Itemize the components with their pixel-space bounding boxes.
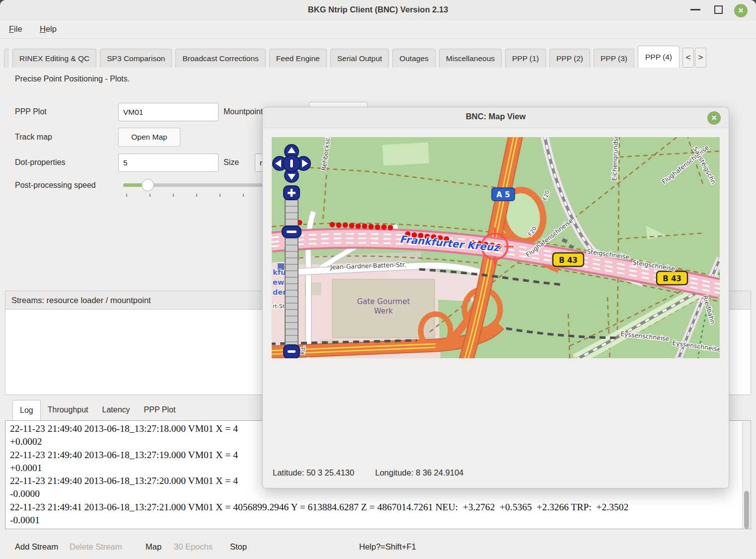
window-title: BKG Ntrip Client (BNC) Version 2.13 — [0, 5, 756, 14]
bottom-button-bar: Add Stream Delete Stream Map 30 Epochs S… — [0, 536, 756, 559]
tab-broadcast-corrections[interactable]: Broadcast Corrections — [175, 49, 265, 68]
dialog-title-bar: BNC: Map View ✕ — [263, 107, 729, 128]
coordinate-readout: Latitude: 50 3 25.4130 Longitude: 8 36 2… — [273, 468, 463, 478]
open-map-button[interactable]: Open Map — [118, 128, 180, 147]
log-scrollbar-thumb[interactable] — [744, 491, 749, 529]
tab-serial-output[interactable]: Serial Output — [330, 49, 389, 68]
zoom-slider-track[interactable] — [285, 200, 298, 347]
log-tab-bar: Log Throughput Latency PPP Plot — [12, 400, 182, 420]
close-icon[interactable]: ✕ — [734, 4, 748, 17]
delete-stream-button: Delete Stream — [70, 542, 122, 552]
dialog-close-icon[interactable]: ✕ — [707, 111, 721, 125]
road-label: rt-St — [273, 303, 285, 310]
tab-sp3-comparison[interactable]: SP3 Comparison — [100, 49, 172, 68]
tab-partial[interactable] — [4, 49, 9, 68]
svg-text:B 43: B 43 — [559, 256, 578, 265]
post-processing-speed-label: Post-processing speed — [15, 181, 96, 190]
mountpoint-label: Mountpoint — [224, 107, 263, 116]
tab-ppp-1[interactable]: PPP (1) — [505, 49, 546, 68]
title-bar: BKG Ntrip Client (BNC) Version 2.13 ✕ — [0, 0, 756, 21]
dialog-title: BNC: Map View — [263, 112, 729, 121]
ppp-plot-label: PPP Plot — [15, 107, 47, 116]
tab-ppp-3[interactable]: PPP (3) — [594, 49, 634, 68]
handle-bar-icon — [287, 231, 297, 233]
menu-bar: File Help — [0, 21, 756, 39]
tab-bar: RINEX Editing & QC SP3 Comparison Broadc… — [4, 46, 706, 68]
stop-button[interactable]: Stop — [230, 542, 247, 552]
tab-outages[interactable]: Outages — [392, 49, 436, 68]
poi-label: Werk — [374, 307, 393, 316]
minimize-icon[interactable] — [690, 9, 700, 10]
tab-ppp-plot[interactable]: PPP Plot — [137, 400, 183, 420]
log-line: 22-11-23 21:49:41 2013-06-18_13:27:21.00… — [10, 501, 741, 514]
tab-ppp-4[interactable]: PPP (4) — [638, 46, 680, 68]
road-sign-b43-1: B 43 — [553, 253, 584, 266]
tab-scroll-right-button[interactable]: > — [695, 48, 706, 68]
dot-properties-input[interactable] — [118, 154, 219, 172]
tab-throughput[interactable]: Throughput — [41, 400, 95, 420]
map-button[interactable]: Map — [146, 542, 161, 552]
epochs-button: 30 Epochs — [174, 542, 213, 552]
tab-log[interactable]: Log — [12, 400, 41, 420]
road-label: Rd. — [300, 345, 306, 355]
add-stream-button[interactable]: Add Stream — [15, 542, 58, 552]
minus-icon — [288, 350, 296, 353]
panel-heading: Precise Point Positioning - Plots. — [15, 75, 130, 83]
tab-scroll-left-button[interactable]: < — [682, 48, 694, 68]
map-view-dialog: BNC: Map View ✕ — [262, 107, 729, 488]
tab-ppp-2[interactable]: PPP (2) — [549, 49, 590, 68]
road-sign-a5: A 5 — [492, 188, 515, 201]
map-svg: A 5 B 43 B 43 Frankfurter Kreuz Jean-Gar… — [272, 137, 720, 358]
tab-miscellaneous[interactable]: Miscellaneous — [439, 49, 502, 68]
forest-clearing — [382, 143, 429, 166]
help-hint: Help?=Shift+F1 — [359, 542, 416, 552]
dot-properties-label: Dot-properties — [15, 158, 65, 167]
menu-help[interactable]: Help — [40, 24, 57, 34]
size-label: Size — [224, 158, 239, 167]
log-line: -0.0000 — [10, 487, 741, 500]
longitude-value: Longitude: 8 36 24.9104 — [375, 468, 463, 478]
tab-feed-engine[interactable]: Feed Engine — [269, 49, 327, 68]
track-map-label: Track map — [15, 133, 52, 142]
ppp-plot-input[interactable] — [118, 103, 219, 121]
tab-rinex-editing[interactable]: RINEX Editing & QC — [12, 49, 96, 68]
map-zoom-control[interactable] — [282, 186, 301, 358]
latitude-value: Latitude: 50 3 25.4130 — [273, 468, 354, 478]
tab-latency[interactable]: Latency — [95, 400, 137, 420]
log-line: -0.0001 — [10, 514, 741, 527]
poi-label: Gate Gourmet — [357, 297, 410, 306]
svg-text:B 43: B 43 — [663, 274, 681, 283]
map-canvas[interactable]: A 5 B 43 B 43 Frankfurter Kreuz Jean-Gar… — [272, 137, 720, 358]
screen: BKG Ntrip Client (BNC) Version 2.13 ✕ Fi… — [0, 0, 756, 559]
log-scrollbar[interactable] — [742, 421, 750, 529]
road-sign-b43-2: B 43 — [657, 271, 687, 285]
svg-text:A 5: A 5 — [496, 190, 510, 199]
slider-ticks — [126, 194, 268, 197]
slider-handle[interactable] — [142, 179, 154, 191]
speed-slider[interactable] — [123, 178, 268, 199]
maximize-icon[interactable] — [714, 5, 723, 14]
menu-file[interactable]: File — [9, 24, 22, 34]
